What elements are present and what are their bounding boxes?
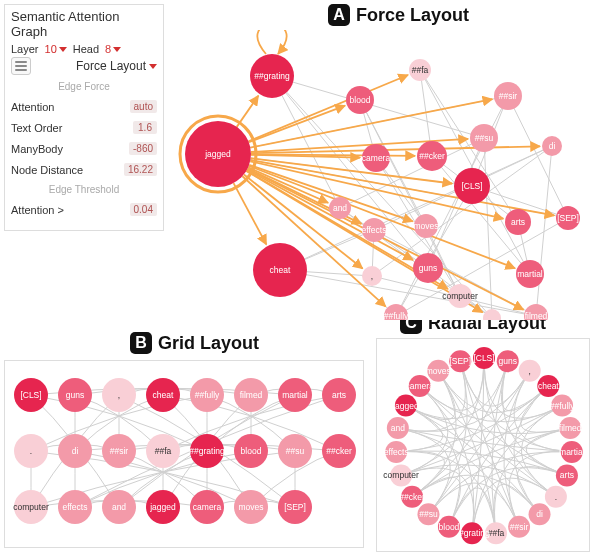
chevron-down-icon: [149, 64, 157, 69]
node-label: blood: [439, 522, 460, 532]
param-row: Text Order1.6: [11, 121, 157, 134]
param-row: ManyBody-860: [11, 142, 157, 155]
graph-node[interactable]: [CLS]: [473, 347, 495, 369]
graph-node[interactable]: martial: [559, 441, 585, 463]
graph-node[interactable]: moves: [234, 490, 268, 524]
graph-node[interactable]: and: [329, 197, 351, 219]
graph-node[interactable]: filmed: [234, 378, 268, 412]
graph-node[interactable]: di: [529, 503, 551, 525]
graph-node[interactable]: moves: [426, 360, 451, 382]
graph-node[interactable]: ##sir: [494, 82, 522, 110]
graph-node[interactable]: .: [14, 434, 48, 468]
graph-node[interactable]: ##fully: [190, 378, 224, 412]
graph-node[interactable]: blood: [234, 434, 268, 468]
graph-node[interactable]: jagged: [392, 395, 419, 417]
graph-node[interactable]: ##grating: [250, 54, 294, 98]
graph-node[interactable]: effects: [384, 441, 409, 463]
graph-node[interactable]: ##fa: [146, 434, 180, 468]
graph-node[interactable]: ,: [102, 378, 136, 412]
graph-node[interactable]: jagged: [146, 490, 180, 524]
graph-node[interactable]: blood: [438, 516, 460, 538]
settings-toggle-button[interactable]: [11, 57, 31, 75]
graph-node[interactable]: .: [545, 486, 567, 508]
graph-node[interactable]: ##sir: [508, 516, 530, 538]
graph-node[interactable]: martial: [516, 260, 544, 288]
node-label: jagged: [392, 401, 419, 411]
graph-node[interactable]: and: [102, 490, 136, 524]
head-value: 8: [105, 43, 111, 55]
node-label: ##su: [419, 509, 438, 519]
graph-node[interactable]: camera: [362, 144, 391, 172]
param-row: Attentionauto: [11, 100, 157, 113]
param-row-threshold: Attention > 0.04: [11, 203, 157, 216]
graph-node[interactable]: di: [58, 434, 92, 468]
graph-node[interactable]: cheat: [253, 243, 307, 297]
node-label: and: [333, 203, 347, 213]
param-value[interactable]: -860: [129, 142, 157, 155]
graph-node[interactable]: camera: [406, 375, 435, 397]
node-label: camera: [193, 502, 222, 512]
graph-node[interactable]: ##su: [278, 434, 312, 468]
layer-select[interactable]: 10: [45, 43, 67, 55]
graph-node[interactable]: ##cker: [417, 141, 447, 171]
graph-node[interactable]: guns: [58, 378, 92, 412]
node-label: moves: [426, 366, 451, 376]
node-label: martial: [517, 269, 543, 279]
layout-select[interactable]: Force Layout: [35, 59, 157, 73]
graph-node[interactable]: camera: [190, 490, 224, 524]
node-label: ##fully: [195, 390, 220, 400]
graph-node[interactable]: computer: [13, 490, 49, 524]
graph-node[interactable]: [CLS]: [454, 168, 490, 204]
graph-node[interactable]: guns: [497, 350, 519, 372]
graph-node[interactable]: martial: [278, 378, 312, 412]
graph-node[interactable]: computer: [383, 464, 419, 486]
graph-node[interactable]: [SEP]: [449, 350, 471, 372]
graph-node[interactable]: ##cker: [399, 486, 425, 508]
head-label: Head: [73, 43, 99, 55]
graph-node[interactable]: filmed: [524, 304, 548, 320]
node-label: filmed: [240, 390, 263, 400]
node-label: arts: [332, 390, 346, 400]
head-select[interactable]: 8: [105, 43, 121, 55]
param-value[interactable]: 1.6: [133, 121, 157, 134]
graph-node[interactable]: filmed: [559, 417, 582, 439]
layer-label: Layer: [11, 43, 39, 55]
node-label: ##sir: [110, 446, 129, 456]
force-layout-graph[interactable]: jagged##gratingcheatblood##fa##sir##sudi…: [172, 30, 590, 320]
graph-node[interactable]: blood: [346, 86, 374, 114]
graph-node[interactable]: jagged: [185, 121, 251, 187]
node-label: .: [491, 313, 493, 320]
graph-node[interactable]: arts: [505, 209, 531, 235]
graph-node[interactable]: guns: [413, 253, 443, 283]
graph-node[interactable]: ##fully: [384, 304, 409, 320]
graph-node[interactable]: ,: [519, 360, 541, 382]
graph-node[interactable]: cheat: [146, 378, 180, 412]
graph-node[interactable]: ##fa: [409, 59, 431, 81]
graph-node[interactable]: arts: [322, 378, 356, 412]
graph-node[interactable]: [CLS]: [14, 378, 48, 412]
param-value[interactable]: auto: [130, 100, 157, 113]
radial-layout-graph[interactable]: [CLS]guns,cheat##fullyfilmedmartialarts.…: [376, 338, 590, 552]
node-label: computer: [442, 291, 478, 301]
grid-layout-graph[interactable]: [CLS]guns,cheat##fullyfilmedmartialarts.…: [4, 360, 364, 548]
graph-node[interactable]: ##fully: [550, 395, 575, 417]
node-label: moves: [238, 502, 263, 512]
graph-node[interactable]: [SEP]: [278, 490, 312, 524]
graph-node[interactable]: ,: [362, 266, 382, 286]
param-value[interactable]: 16.22: [124, 163, 157, 176]
graph-node[interactable]: ##su: [470, 124, 498, 152]
node-label: camera: [406, 381, 435, 391]
graph-node[interactable]: di: [542, 136, 562, 156]
param-label: Attention: [11, 101, 54, 113]
graph-node[interactable]: ##sir: [102, 434, 136, 468]
graph-node[interactable]: [SEP]: [556, 206, 580, 230]
graph-node[interactable]: effects: [58, 490, 92, 524]
threshold-value[interactable]: 0.04: [130, 203, 157, 216]
graph-node[interactable]: arts: [556, 464, 578, 486]
graph-node[interactable]: ##su: [417, 503, 439, 525]
graph-node[interactable]: ##cker: [322, 434, 356, 468]
graph-node[interactable]: cheat: [537, 375, 559, 397]
toolbar: Force Layout: [11, 57, 157, 75]
graph-node[interactable]: and: [387, 417, 409, 439]
graph-node[interactable]: moves: [413, 214, 438, 238]
